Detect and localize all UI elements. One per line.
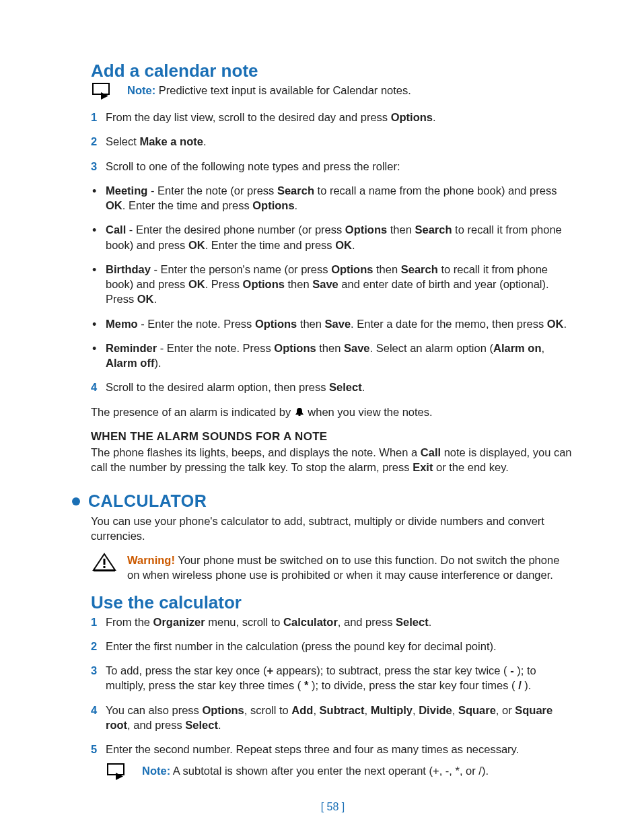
bullet-call: Call - Enter the desired phone number (o…	[91, 222, 575, 252]
svg-marker-1	[101, 92, 108, 100]
note-block-subtotal: Note: A subtotal is shown after you ente…	[106, 763, 575, 781]
bullet-reminder: Reminder - Enter the note. Press Options…	[91, 341, 575, 371]
step-4-list: Scroll to the desired alarm option, then…	[91, 380, 575, 394]
svg-marker-8	[116, 773, 123, 780]
alarm-presence-text: The presence of an alarm is indicated by…	[91, 405, 575, 421]
note-label: Note:	[127, 84, 155, 96]
note-icon	[106, 763, 133, 781]
heading-calculator: CALCULATOR	[88, 491, 207, 511]
note-types-list: Meeting - Enter the note (or press Searc…	[91, 183, 575, 371]
steps-1-3: From the day list view, scroll to the de…	[91, 110, 575, 174]
svg-rect-2	[298, 415, 300, 416]
manual-page: Add a calendar note Note: Predictive tex…	[0, 0, 642, 840]
bullet-meeting: Meeting - Enter the note (or press Searc…	[91, 183, 575, 213]
calc-step-3: To add, press the star key once (+ appea…	[91, 663, 575, 693]
bullet-memo: Memo - Enter the note. Press Options the…	[91, 316, 575, 331]
step-2: Select Make a note.	[91, 134, 575, 149]
warning-icon	[91, 553, 118, 573]
subhead-alarm-sounds: WHEN THE ALARM SOUNDS FOR A NOTE	[91, 430, 575, 444]
calc-step-2: Enter the first number in the calculatio…	[91, 639, 575, 654]
note-label: Note:	[142, 765, 170, 777]
section-calculator-row: CALCULATOR	[72, 491, 575, 511]
svg-rect-4	[104, 559, 106, 565]
warning-text: Your phone must be switched on to use th…	[127, 554, 559, 581]
calc-step-4: You can also press Options, scroll to Ad…	[91, 703, 575, 733]
calc-step-1: From the Organizer menu, scroll to Calcu…	[91, 615, 575, 629]
calculator-intro: You can use your phone's calculator to a…	[91, 514, 575, 544]
note-block: Note: Predictive text input is available…	[91, 83, 575, 100]
step-1: From the day list view, scroll to the de…	[91, 110, 575, 125]
page-number: [ 58 ]	[91, 801, 575, 813]
note-text: Predictive text input is available for C…	[155, 84, 411, 96]
svg-rect-5	[104, 566, 106, 568]
calc-step-5: Enter the second number. Repeat steps th…	[91, 742, 575, 757]
step-3: Scroll to one of the following note type…	[91, 159, 575, 174]
note-icon	[91, 83, 118, 100]
svg-rect-6	[94, 570, 115, 571]
alarm-bell-icon	[294, 406, 305, 421]
bullet-birthday: Birthday - Enter the person's name (or p…	[91, 262, 575, 307]
alarm-sounds-text: The phone flashes its lights, beeps, and…	[91, 445, 575, 475]
section-bullet-icon	[72, 497, 80, 505]
calculator-steps: From the Organizer menu, scroll to Calcu…	[91, 615, 575, 757]
heading-use-calculator: Use the calculator	[91, 592, 575, 613]
heading-add-calendar-note: Add a calendar note	[91, 61, 575, 81]
warning-block: Warning! Your phone must be switched on …	[91, 553, 575, 583]
note-text: A subtotal is shown after you enter the …	[170, 765, 489, 777]
step-4: Scroll to the desired alarm option, then…	[91, 380, 575, 394]
warning-label: Warning!	[127, 554, 175, 566]
